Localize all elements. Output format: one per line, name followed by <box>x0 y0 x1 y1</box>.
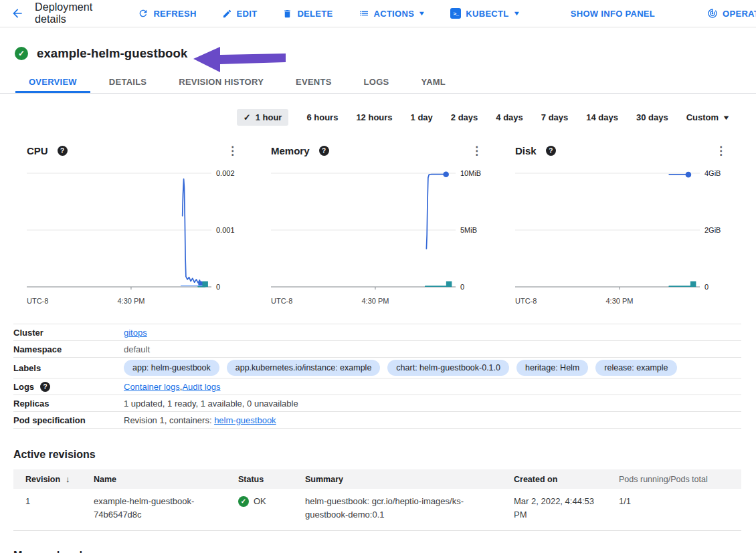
cluster-label: Cluster <box>13 328 124 338</box>
pods-cell: 1/1 <box>619 495 741 508</box>
selected-time-label: 1 hour <box>256 112 282 122</box>
show-info-panel-label: SHOW INFO PANEL <box>571 9 655 19</box>
chart-menu-icon[interactable]: ⋮ <box>227 144 238 158</box>
cpu-chart: CPU ? ⋮ 0.002 0.001 0 UTC-8 4:30 PM <box>27 137 241 307</box>
back-button[interactable] <box>11 4 24 23</box>
namespace-label: Namespace <box>13 344 124 354</box>
active-revisions-section: Active revisions Revision ↓ Name Status … <box>13 449 741 531</box>
revision-cell: 1 <box>13 495 94 508</box>
deployment-metadata: Cluster gitops Namespace default Labels … <box>13 324 741 429</box>
tab-overview[interactable]: OVERVIEW <box>15 70 90 93</box>
deployment-header: ✓ example-helm-guestbook <box>0 27 756 70</box>
help-icon[interactable]: ? <box>546 146 556 156</box>
y-tick: 4GiB <box>704 169 721 177</box>
chart-title-memory: Memory <box>271 145 310 156</box>
chevron-down-icon: ▼ <box>722 114 730 121</box>
timezone-label: UTC-8 <box>515 297 537 305</box>
column-header-name: Name <box>94 475 238 484</box>
labels-label: Labels <box>13 363 124 373</box>
meta-row-replicas: Replicas 1 updated, 1 ready, 1 available… <box>13 395 741 412</box>
time-option-12-hours[interactable]: 12 hours <box>356 112 392 122</box>
show-info-panel-button[interactable]: SHOW INFO PANEL <box>571 9 655 19</box>
column-header-created-on: Created on <box>514 475 619 484</box>
x-axis-labels: UTC-8 4:30 PM <box>27 297 211 307</box>
time-option-4-days[interactable]: 4 days <box>496 112 523 122</box>
kubectl-dropdown-button[interactable]: >_ KUBECTL ▼ <box>450 8 519 19</box>
y-tick: 0 <box>460 283 464 291</box>
meta-row-namespace: Namespace default <box>13 341 741 358</box>
column-header-revision[interactable]: Revision ↓ <box>13 474 94 484</box>
replicas-label: Replicas <box>13 399 124 409</box>
audit-logs-link[interactable]: Audit logs <box>182 382 220 392</box>
y-tick: 0.001 <box>216 226 235 234</box>
tab-details[interactable]: DETAILS <box>96 70 160 93</box>
chevron-down-icon: ▼ <box>512 10 521 17</box>
time-option-30-days[interactable]: 30 days <box>636 112 668 122</box>
kubectl-label: KUBECTL <box>466 9 508 19</box>
meta-row-logs: Logs ? Container logs, Audit logs <box>13 378 741 395</box>
time-option-6-hours[interactable]: 6 hours <box>306 112 338 122</box>
time-range-selector: ✓ 1 hour 6 hours 12 hours 1 day 2 days 4… <box>0 108 756 126</box>
deployment-name: example-helm-guestbook <box>37 46 187 61</box>
operations-label: OPERATIONS <box>723 9 756 19</box>
help-icon[interactable]: ? <box>319 146 329 156</box>
meta-row-pod-specification: Pod specification Revision 1, containers… <box>13 412 741 429</box>
summary-cell: helm-guestbook: gcr.io/heptio-images/ks-… <box>305 495 514 522</box>
container-link[interactable]: helm-guestbook <box>214 415 276 425</box>
help-icon[interactable]: ? <box>58 146 68 156</box>
chart-title-cpu: CPU <box>27 145 48 156</box>
time-option-14-days[interactable]: 14 days <box>586 112 618 122</box>
cluster-link[interactable]: gitops <box>124 328 147 338</box>
operations-button[interactable]: OPERATIONS <box>707 8 756 19</box>
tab-revision-history[interactable]: REVISION HISTORY <box>165 70 277 93</box>
table-row: 1 example-helm-guestbook-74b6547d8c ✓ OK… <box>13 489 741 531</box>
operations-icon <box>707 8 718 19</box>
managed-pods-title: Managed pods <box>13 550 756 553</box>
annotation-arrow <box>192 45 287 73</box>
namespace-value: default <box>124 344 150 354</box>
time-option-1-hour-selected[interactable]: ✓ 1 hour <box>237 109 289 126</box>
time-option-1-day[interactable]: 1 day <box>411 112 433 122</box>
y-tick: 0 <box>216 283 220 291</box>
refresh-button[interactable]: REFRESH <box>138 8 196 19</box>
disk-plot-area: 4GiB 2GiB 0 <box>515 164 700 295</box>
created-on-cell: Mar 2, 2022, 4:44:53 PM <box>514 495 619 522</box>
label-chip: app: helm-guestbook <box>124 360 219 376</box>
x-tick: 4:30 PM <box>117 297 145 305</box>
label-chip: app.kubernetes.io/instance: example <box>227 360 381 376</box>
help-icon[interactable]: ? <box>40 382 50 392</box>
check-icon: ✓ <box>244 112 251 122</box>
table-header-row: Revision ↓ Name Status Summary Created o… <box>13 469 741 489</box>
time-option-2-days[interactable]: 2 days <box>451 112 478 122</box>
delete-button[interactable]: DELETE <box>282 9 333 19</box>
meta-row-labels: Labels app: helm-guestbook app.kubernete… <box>13 358 741 378</box>
meta-row-cluster: Cluster gitops <box>13 324 741 341</box>
time-option-7-days[interactable]: 7 days <box>541 112 568 122</box>
edit-button[interactable]: EDIT <box>222 9 258 19</box>
column-header-status: Status <box>238 475 305 484</box>
y-tick: 2GiB <box>704 226 721 234</box>
status-ok-icon: ✓ <box>15 47 28 60</box>
y-tick: 5MiB <box>460 226 477 234</box>
trash-icon <box>282 9 292 19</box>
active-revisions-table: Revision ↓ Name Status Summary Created o… <box>13 469 741 531</box>
time-option-custom[interactable]: Custom ▼ <box>686 112 729 122</box>
top-toolbar: Deployment details REFRESH EDIT DELETE A… <box>0 0 756 27</box>
tab-events[interactable]: EVENTS <box>282 70 345 93</box>
memory-chart: Memory ? ⋮ 10MiB 5MiB 0 UTC-8 4:30 PM <box>271 137 485 307</box>
refresh-label: REFRESH <box>153 9 196 19</box>
back-arrow-icon <box>11 7 24 20</box>
chart-menu-icon[interactable]: ⋮ <box>715 144 727 158</box>
delete-label: DELETE <box>297 9 333 19</box>
chart-title-disk: Disk <box>515 145 537 156</box>
y-tick: 0 <box>704 283 708 291</box>
charts-row: CPU ? ⋮ 0.002 0.001 0 UTC-8 4:30 PM Memo… <box>0 137 756 307</box>
status-ok-icon: ✓ <box>238 496 249 507</box>
tab-yaml[interactable]: YAML <box>407 70 459 93</box>
chevron-down-icon: ▼ <box>418 10 426 17</box>
tab-logs[interactable]: LOGS <box>351 70 403 93</box>
actions-dropdown-button[interactable]: ACTIONS ▼ <box>359 8 426 19</box>
chart-menu-icon[interactable]: ⋮ <box>471 144 482 158</box>
container-logs-link[interactable]: Container logs <box>124 382 180 392</box>
label-chip: release: example <box>595 360 676 376</box>
